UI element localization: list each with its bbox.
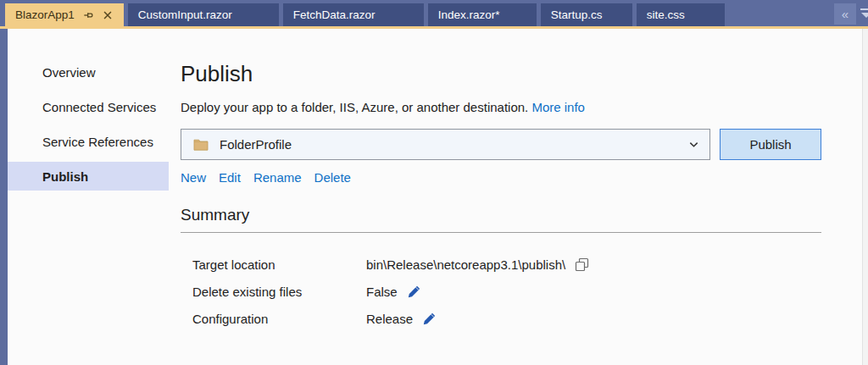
description-text: Deploy your app to a folder, IIS, Azure,… bbox=[181, 100, 528, 114]
page-description: Deploy your app to a folder, IIS, Azure,… bbox=[181, 100, 821, 114]
document-list-dropdown-icon[interactable] bbox=[860, 8, 868, 19]
copy-icon[interactable] bbox=[575, 257, 589, 272]
tab-index-razor[interactable]: Index.razor* bbox=[428, 3, 537, 26]
selected-profile-name: FolderProfile bbox=[220, 137, 688, 152]
sidebar-item-label: Overview bbox=[42, 65, 96, 80]
tab-label: Startup.cs bbox=[551, 8, 603, 21]
scroll-tabs-left-button[interactable]: « bbox=[834, 3, 856, 25]
publish-profile-combobox[interactable]: FolderProfile bbox=[181, 129, 710, 160]
edit-pencil-icon[interactable] bbox=[422, 312, 437, 326]
row-label: Delete existing files bbox=[192, 285, 366, 299]
tab-site-css[interactable]: site.css bbox=[637, 3, 725, 26]
sidebar-item-overview[interactable]: Overview bbox=[8, 58, 169, 86]
summary-row-configuration: Configuration Release bbox=[192, 305, 821, 332]
target-location-value: bin\Release\netcoreapp3.1\publish\ bbox=[366, 257, 565, 272]
summary-table: Target location bin\Release\netcoreapp3.… bbox=[192, 251, 821, 332]
tab-custominput-razor[interactable]: CustomInput.razor bbox=[128, 3, 279, 26]
vs-publish-page: { "tabstrip": { "tabs": [ { "label": "Bl… bbox=[0, 0, 868, 365]
row-label: Configuration bbox=[192, 312, 366, 326]
row-label: Target location bbox=[192, 257, 366, 272]
sidebar-item-service-references[interactable]: Service References bbox=[8, 127, 169, 156]
tab-fetchdata-razor[interactable]: FetchData.razor bbox=[283, 3, 424, 26]
tab-label: site.css bbox=[647, 8, 685, 21]
delete-existing-files-value: False bbox=[366, 285, 398, 299]
sidebar-item-label: Publish bbox=[42, 169, 88, 184]
publish-button[interactable]: Publish bbox=[720, 129, 821, 160]
pin-icon[interactable] bbox=[83, 9, 95, 21]
active-tab-accent-line bbox=[0, 26, 868, 29]
tab-label: FetchData.razor bbox=[293, 8, 376, 21]
new-profile-link[interactable]: New bbox=[181, 170, 206, 185]
folder-icon bbox=[193, 138, 209, 151]
tab-label: BlazorApp1 bbox=[15, 8, 75, 21]
window-left-border bbox=[0, 29, 8, 365]
sidebar-item-publish[interactable]: Publish bbox=[8, 162, 169, 191]
edit-profile-link[interactable]: Edit bbox=[219, 170, 241, 185]
profile-row: FolderProfile Publish bbox=[181, 129, 821, 160]
tab-label: CustomInput.razor bbox=[138, 8, 232, 21]
tab-label: Index.razor* bbox=[438, 8, 500, 21]
profile-actions: New Edit Rename Delete bbox=[181, 170, 821, 185]
page-title: Publish bbox=[181, 61, 821, 87]
sidebar-item-label: Service References bbox=[42, 135, 153, 149]
summary-heading: Summary bbox=[181, 206, 821, 224]
close-icon[interactable] bbox=[102, 9, 114, 21]
summary-row-delete-existing-files: Delete existing files False bbox=[192, 278, 821, 305]
document-tabstrip: BlazorApp1 CustomInput.razor FetchData.r… bbox=[0, 0, 868, 26]
vertical-scrollbar[interactable] bbox=[862, 29, 868, 365]
sidebar-item-connected-services[interactable]: Connected Services bbox=[8, 92, 169, 121]
double-chevron-left-icon: « bbox=[842, 8, 849, 20]
more-info-link[interactable]: More info bbox=[531, 100, 585, 114]
rename-profile-link[interactable]: Rename bbox=[253, 170, 302, 185]
sidebar-item-label: Connected Services bbox=[42, 100, 156, 114]
tab-blazorapp1[interactable]: BlazorApp1 bbox=[5, 3, 124, 26]
summary-row-target-location: Target location bin\Release\netcoreapp3.… bbox=[192, 251, 821, 278]
delete-profile-link[interactable]: Delete bbox=[314, 170, 351, 185]
tab-startup-cs[interactable]: Startup.cs bbox=[541, 3, 632, 26]
publish-pane: Publish Deploy your app to a folder, IIS… bbox=[181, 61, 821, 332]
chevron-down-icon bbox=[688, 139, 699, 150]
publish-sidebar: Overview Connected Services Service Refe… bbox=[8, 58, 169, 196]
configuration-value: Release bbox=[366, 312, 413, 326]
edit-pencil-icon[interactable] bbox=[407, 285, 421, 299]
summary-divider bbox=[181, 232, 821, 233]
